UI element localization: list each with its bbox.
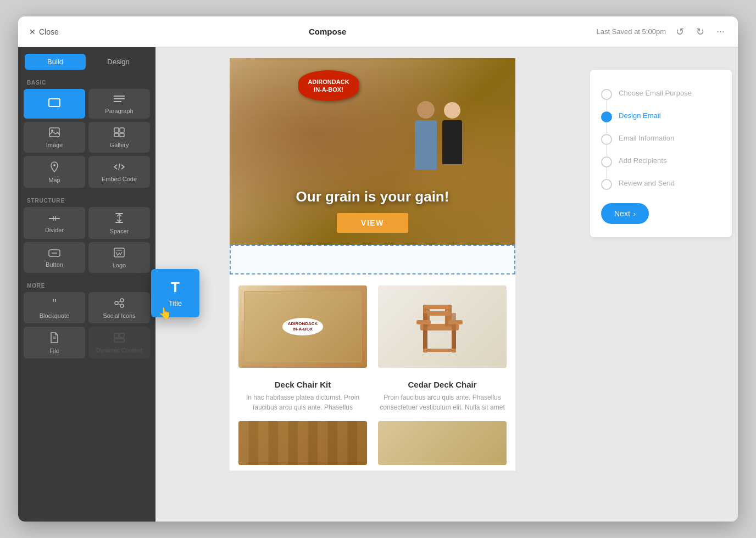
svg-line-25	[118, 301, 120, 302]
spacer-icon	[114, 212, 124, 225]
gallery-icon	[114, 127, 125, 139]
basic-section-label: BASIC	[18, 75, 155, 89]
wizard-step-choose-email-purpose[interactable]: Choose Email Purpose	[601, 83, 721, 105]
app-title: Compose	[309, 27, 346, 36]
step-dot-3	[601, 134, 612, 145]
sidebar-item-embed-code[interactable]: Embed Code	[88, 156, 150, 188]
sidebar-item-divider[interactable]: Divider	[24, 207, 85, 239]
step-dot-1	[601, 89, 612, 100]
svg-point-10	[53, 164, 55, 166]
sidebar-item-blockquote[interactable]: " Blockquote	[24, 292, 85, 323]
structure-grid: Divider Spacer Button	[18, 207, 155, 278]
header: ✕ Close Compose Last Saved at 5:00pm ↺ ↻…	[18, 16, 738, 47]
step-dot-4	[601, 156, 612, 167]
wizard-panel: Choose Email Purpose Design Email Email …	[590, 69, 732, 238]
dragging-title-element[interactable]: T Title	[155, 269, 199, 317]
social-icons-label: Social Icons	[103, 312, 135, 319]
canvas-area: T Title 👆	[155, 47, 590, 522]
sidebar-item-spacer[interactable]: Spacer	[88, 207, 150, 239]
paragraph-icon	[114, 94, 125, 105]
embed-code-label: Embed Code	[102, 176, 137, 182]
svg-rect-40	[452, 313, 456, 352]
product-item-4	[378, 421, 507, 465]
structure-section-label: STRUCTURE	[18, 193, 155, 207]
svg-line-26	[118, 304, 120, 305]
logo-icon	[114, 248, 125, 259]
badge-text: ADIRONDACKIN-A-BOX!	[308, 78, 349, 94]
product-item-2: Cedar Deck Chair Proin faucibus arcu qui…	[378, 285, 507, 412]
hero-cta-button[interactable]: VIEW	[337, 213, 408, 233]
next-button-label: Next	[614, 209, 630, 218]
sidebar-item-image[interactable]: Image	[24, 122, 85, 153]
svg-point-23	[120, 299, 124, 302]
more-options-button[interactable]: ···	[714, 24, 727, 40]
sidebar-item-dynamic-content[interactable]: Dynamic Content	[88, 327, 150, 358]
svg-rect-6	[114, 128, 119, 132]
map-label: Map	[48, 177, 60, 183]
build-tab[interactable]: Build	[25, 54, 86, 70]
svg-rect-35	[424, 305, 451, 309]
basic-grid: Paragraph Image Gallery	[18, 89, 155, 193]
product-desc-1: In hac habitasse platea dictumst. Proin …	[238, 393, 367, 412]
header-right: Last Saved at 5:00pm ↺ ↻ ···	[596, 24, 727, 40]
svg-rect-16	[115, 213, 123, 214]
divider-label: Divider	[45, 227, 64, 233]
undo-button[interactable]: ↺	[674, 24, 686, 40]
sidebar-item-map[interactable]: Map	[24, 156, 85, 188]
sidebar: Build Design BASIC Paragraph	[18, 47, 155, 522]
product-grid: ADIRONDACKIN-A-BOX Deck Chair Kit In hac…	[238, 285, 507, 412]
wizard-step-add-recipients[interactable]: Add Recipients	[601, 150, 721, 173]
svg-rect-41	[416, 320, 431, 324]
file-label: File	[49, 348, 59, 354]
button-icon	[48, 249, 60, 259]
product-grid-row2	[238, 421, 507, 465]
image-label: Image	[46, 142, 63, 148]
wizard-step-review-and-send[interactable]: Review and Send	[601, 173, 721, 190]
svg-rect-17	[115, 222, 123, 223]
logo-label: Logo	[113, 262, 126, 268]
next-arrow-icon: ›	[633, 210, 636, 218]
product-image-1: ADIRONDACKIN-A-BOX	[238, 285, 367, 368]
dynamic-content-label: Dynamic Content	[96, 347, 142, 354]
last-saved-text: Last Saved at 5:00pm	[596, 27, 665, 36]
sidebar-item-gallery[interactable]: Gallery	[88, 122, 150, 153]
chair-svg	[412, 294, 472, 360]
button-label: Button	[46, 261, 63, 268]
sidebar-item-file[interactable]: File	[24, 327, 85, 358]
image-icon	[49, 127, 60, 139]
close-button[interactable]: ✕ Close	[29, 27, 59, 36]
svg-rect-36	[424, 311, 451, 316]
sidebar-item-section[interactable]	[24, 89, 85, 119]
svg-rect-0	[49, 99, 60, 107]
svg-rect-39	[423, 313, 427, 352]
svg-rect-29	[114, 333, 119, 338]
wizard-steps: Choose Email Purpose Design Email Email …	[601, 83, 721, 190]
redo-button[interactable]: ↻	[694, 24, 707, 40]
map-icon	[49, 161, 59, 174]
step-dot-5	[601, 179, 612, 190]
app-window: ✕ Close Compose Last Saved at 5:00pm ↺ ↻…	[18, 16, 738, 522]
svg-rect-9	[120, 133, 124, 137]
product-item-1: ADIRONDACKIN-A-BOX Deck Chair Kit In hac…	[238, 285, 367, 412]
wizard-step-email-information[interactable]: Email Information	[601, 128, 721, 150]
svg-rect-7	[120, 128, 124, 132]
wizard-step-design-email[interactable]: Design Email	[601, 105, 721, 128]
drop-zone[interactable]	[230, 245, 515, 274]
paragraph-label: Paragraph	[105, 108, 133, 114]
blockquote-icon: "	[52, 298, 57, 310]
product-image-2	[378, 285, 507, 368]
embed-code-icon	[114, 162, 125, 173]
sidebar-item-social-icons[interactable]: Social Icons	[88, 292, 150, 323]
social-icons-icon	[114, 298, 125, 310]
design-tab[interactable]: Design	[88, 54, 149, 70]
sidebar-item-logo[interactable]: Logo	[88, 242, 150, 273]
gallery-label: Gallery	[110, 142, 129, 148]
sidebar-item-paragraph[interactable]: Paragraph	[88, 89, 150, 119]
next-button[interactable]: Next ›	[601, 203, 649, 224]
sidebar-item-button[interactable]: Button	[24, 242, 85, 273]
product-image-4	[378, 421, 507, 465]
product-name-2: Cedar Deck Chair	[408, 380, 476, 389]
more-grid: " Blockquote Social Icons File	[18, 292, 155, 364]
blockquote-label: Blockquote	[40, 312, 69, 319]
svg-rect-8	[114, 133, 119, 137]
